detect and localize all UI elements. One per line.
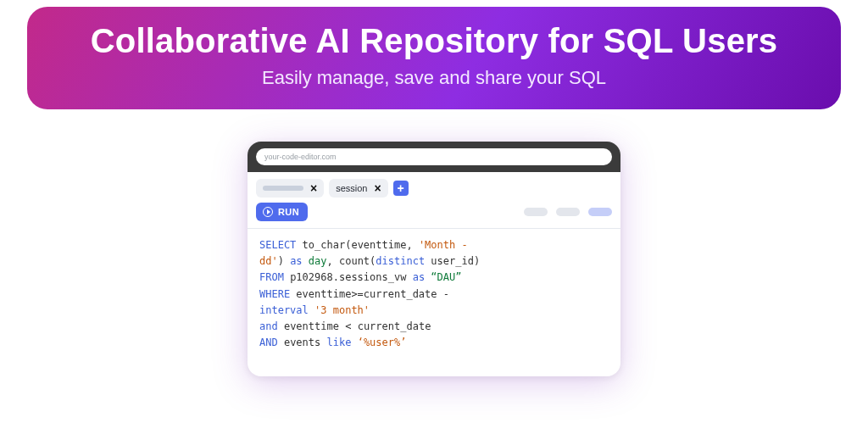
tabs-row: × session × +	[248, 172, 620, 201]
id-current-date: current_date	[358, 320, 431, 332]
toolbar-pill	[524, 208, 548, 216]
kw-where: WHERE	[259, 288, 290, 300]
str-dau: “DAU”	[431, 271, 461, 283]
play-icon	[263, 207, 273, 217]
kw-and: AND	[259, 337, 278, 348]
alias-day: day	[309, 255, 327, 267]
fn-count: count	[339, 255, 370, 267]
id-table: p102968.sessions_vw	[290, 271, 406, 283]
code-area[interactable]: SELECT to_char(eventtime, 'Month - dd') …	[248, 229, 620, 376]
editor-container: your-code-editor.com × session × + RUN	[0, 142, 868, 376]
add-tab-button[interactable]: +	[393, 181, 409, 196]
str-3month: '3 month'	[314, 304, 370, 316]
tab-session-label: session	[336, 183, 367, 193]
id-user-id: user_id	[431, 255, 474, 267]
id-eventtime: eventtime	[296, 288, 351, 300]
op-minus: -	[443, 288, 449, 300]
toolbar-pill-accent	[588, 208, 612, 216]
hero-title: Collaborative AI Repository for SQL User…	[61, 22, 807, 60]
toolbar: RUN	[248, 201, 620, 229]
fn-to-char: to_char	[303, 239, 346, 251]
run-label: RUN	[278, 207, 299, 217]
browser-bar: your-code-editor.com	[248, 142, 620, 172]
id-eventtime: eventtime	[284, 320, 339, 332]
kw-like: like	[327, 337, 352, 348]
id-events: events	[284, 337, 320, 348]
id-eventtime: eventtime	[351, 239, 406, 251]
url-text: your-code-editor.com	[264, 153, 337, 161]
kw-interval: interval	[259, 304, 309, 316]
op-ge: >=	[351, 288, 363, 300]
close-icon[interactable]: ×	[310, 182, 317, 194]
str-user-like: ‘%user%’	[358, 337, 407, 348]
kw-select: SELECT	[259, 239, 296, 251]
code-editor-window: your-code-editor.com × session × + RUN	[248, 142, 620, 376]
hero-subtitle: Easily manage, save and share your SQL	[61, 67, 807, 89]
kw-distinct: distinct	[376, 255, 425, 267]
kw-as: as	[413, 271, 425, 283]
tab-placeholder-label	[263, 186, 303, 191]
kw-from: FROM	[259, 271, 284, 283]
plus-icon: +	[398, 182, 404, 194]
hero-banner: Collaborative AI Repository for SQL User…	[27, 7, 841, 109]
op-lt: <	[345, 320, 351, 332]
kw-as: as	[290, 255, 302, 267]
tab-placeholder[interactable]: ×	[256, 179, 324, 198]
close-icon[interactable]: ×	[374, 182, 381, 194]
toolbar-pill	[556, 208, 580, 216]
run-button[interactable]: RUN	[256, 203, 308, 221]
tab-session[interactable]: session ×	[329, 179, 387, 198]
url-bar[interactable]: your-code-editor.com	[256, 148, 612, 165]
id-current-date: current_date	[364, 288, 437, 300]
kw-and: and	[259, 320, 278, 332]
